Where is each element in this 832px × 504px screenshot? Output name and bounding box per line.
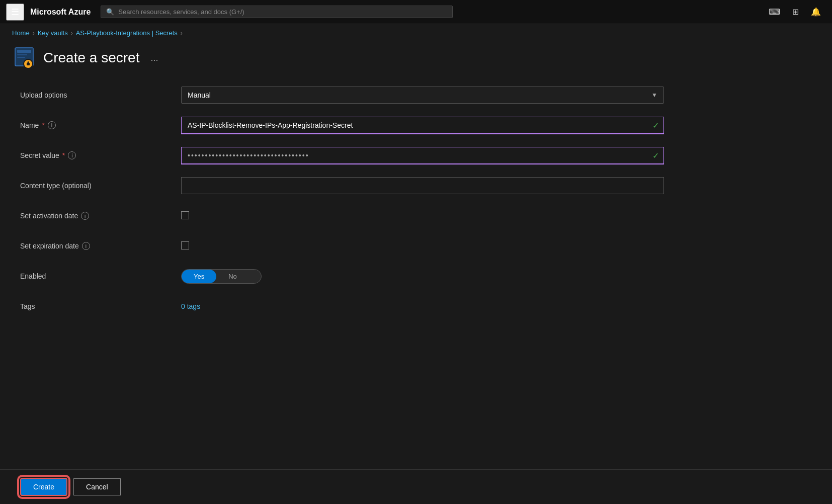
secret-value-required: *	[62, 151, 65, 159]
tags-row: Tags 0 tags	[20, 297, 812, 315]
secret-value-input-wrap: ✓	[181, 147, 664, 164]
expiration-date-label: Set expiration date i	[20, 242, 181, 250]
search-icon: 🔍	[106, 8, 114, 16]
name-label: Name * i	[20, 121, 181, 129]
name-required: *	[42, 121, 44, 129]
name-row: Name * i ✓	[20, 116, 812, 134]
topbar-icons: ⌨ ⊞ 🔔	[764, 4, 826, 20]
tags-label: Tags	[20, 302, 181, 310]
upload-options-control: Manual ▼	[181, 87, 664, 104]
activation-date-row: Set activation date i	[20, 207, 812, 225]
activation-date-label: Set activation date i	[20, 212, 181, 220]
breadcrumb-home[interactable]: Home	[12, 29, 30, 37]
name-input-wrap: ✓	[181, 117, 664, 134]
breadcrumb-sep-2: ›	[71, 30, 73, 37]
svg-rect-1	[17, 50, 31, 53]
breadcrumb-keyvaults[interactable]: Key vaults	[38, 29, 68, 37]
secret-value-info-icon[interactable]: i	[68, 151, 76, 159]
cloud-shell-icon[interactable]: ⌨	[764, 4, 785, 20]
notifications-icon[interactable]: 🔔	[806, 4, 826, 20]
secret-value-control: ✓	[181, 147, 664, 164]
portal-settings-icon[interactable]: ⊞	[787, 4, 804, 20]
content-type-input[interactable]	[181, 177, 664, 194]
page-header: Create a secret ...	[0, 42, 832, 78]
name-info-icon[interactable]: i	[48, 121, 56, 129]
content-type-label: Content type (optional)	[20, 182, 181, 190]
tags-control: 0 tags	[181, 302, 664, 310]
name-input[interactable]	[181, 117, 664, 134]
cancel-button[interactable]: Cancel	[73, 478, 121, 495]
expiration-date-control	[181, 241, 664, 251]
main-content: Upload options Manual ▼ Name * i ✓ Secre…	[0, 78, 832, 348]
enabled-yes-button[interactable]: Yes	[182, 270, 216, 283]
search-input[interactable]	[118, 8, 447, 16]
expiration-date-info-icon[interactable]: i	[82, 242, 90, 250]
svg-rect-6	[28, 61, 29, 64]
secret-value-check-icon: ✓	[652, 151, 659, 160]
brand-label: Microsoft Azure	[30, 8, 91, 17]
tags-link[interactable]: 0 tags	[181, 302, 200, 310]
upload-options-row: Upload options Manual ▼	[20, 86, 812, 104]
activation-date-control	[181, 211, 664, 221]
activation-date-checkbox[interactable]	[181, 211, 189, 219]
chevron-down-icon: ▼	[651, 92, 657, 99]
enabled-no-button[interactable]: No	[216, 270, 249, 283]
name-check-icon: ✓	[652, 121, 659, 130]
enabled-row: Enabled Yes No	[20, 267, 812, 285]
search-bar[interactable]: 🔍	[101, 6, 453, 18]
enabled-control: Yes No	[181, 269, 664, 284]
enabled-toggle-group: Yes No	[181, 269, 262, 284]
hamburger-menu[interactable]: ☰	[6, 4, 24, 21]
breadcrumb: Home › Key vaults › AS-Playbook-Integrat…	[0, 24, 832, 42]
svg-rect-2	[17, 54, 27, 55]
page-icon	[12, 46, 36, 70]
svg-rect-3	[17, 57, 25, 58]
topbar: ☰ Microsoft Azure 🔍 ⌨ ⊞ 🔔	[0, 0, 832, 24]
activation-date-info-icon[interactable]: i	[81, 212, 89, 220]
name-control: ✓	[181, 117, 664, 134]
content-type-row: Content type (optional)	[20, 177, 812, 195]
breadcrumb-sep-3: ›	[181, 30, 183, 37]
create-button[interactable]: Create	[20, 478, 67, 496]
enabled-label: Enabled	[20, 272, 181, 280]
secret-value-label: Secret value * i	[20, 151, 181, 159]
content-type-control	[181, 177, 664, 194]
bottom-actions: Create Cancel	[0, 469, 832, 504]
upload-options-label: Upload options	[20, 91, 181, 99]
secret-value-input[interactable]	[181, 147, 664, 164]
breadcrumb-secrets[interactable]: AS-Playbook-Integrations | Secrets	[76, 29, 178, 37]
expiration-date-checkbox[interactable]	[181, 241, 189, 249]
secret-value-row: Secret value * i ✓	[20, 146, 812, 164]
breadcrumb-sep-1: ›	[33, 30, 35, 37]
upload-options-dropdown[interactable]: Manual ▼	[181, 87, 664, 104]
page-menu-button[interactable]: ...	[146, 51, 162, 65]
page-title: Create a secret	[43, 50, 139, 66]
expiration-date-row: Set expiration date i	[20, 237, 812, 255]
